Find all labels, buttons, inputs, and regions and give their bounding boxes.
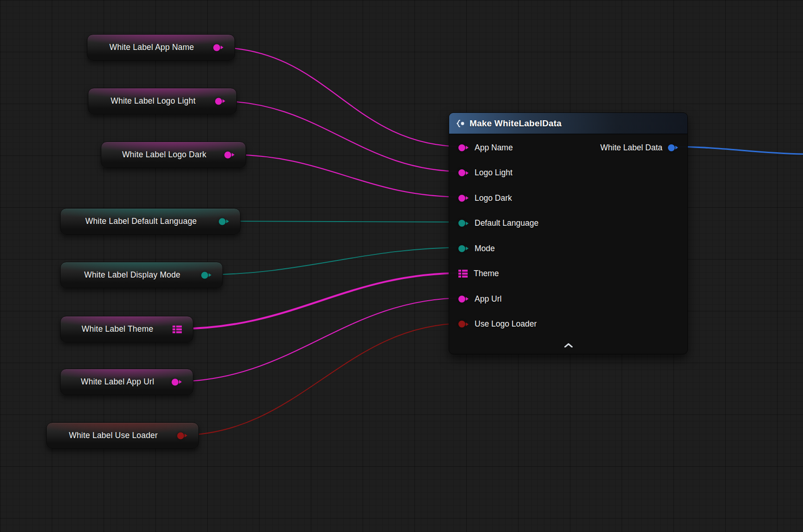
variable-node-label: White Label Use Loader [61,431,185,440]
pin-label: White Label Data [600,143,662,153]
make-whitelabeldata-node[interactable]: Make WhiteLabelData App Name Logo Light … [449,112,688,354]
output-pin[interactable] [213,44,223,51]
variable-node-label: White Label Default Language [77,217,223,226]
struct-grid-pin-icon[interactable] [173,325,182,333]
pin-row-app-url: App Url [449,286,687,312]
node-title: Make WhiteLabelData [469,118,562,129]
pin-row-logo-light: Logo Light [449,161,687,186]
output-pin[interactable] [201,272,211,278]
make-struct-icon [456,119,465,128]
pin-row-default-language: Default Language [449,211,687,236]
input-pin-theme-struct-grid-icon[interactable] [458,270,468,278]
variable-node-label: White Label App Url [73,377,181,387]
pin-row-logo-dark: Logo Dark [449,186,687,211]
variable-node-white-label-app-url[interactable]: White Label App Url [60,369,193,395]
output-pin[interactable] [219,218,229,225]
output-pin[interactable] [215,98,225,105]
pin-label: Logo Dark [475,193,512,203]
output-pin[interactable] [172,378,182,385]
pin-row-mode: Mode [449,236,687,261]
wire-default-language[interactable] [222,221,464,222]
pin-label: Theme [474,269,499,278]
pin-label: Mode [475,244,495,254]
wire-app-name[interactable] [214,47,464,147]
variable-node-label: White Label Theme [74,324,180,334]
wire-app-url[interactable] [173,298,464,382]
wire-logo-light[interactable] [216,101,464,172]
variable-node-white-label-default-language[interactable]: White Label Default Language [60,208,241,235]
node-header[interactable]: Make WhiteLabelData [449,113,687,134]
pin-label: Use Logo Loader [475,319,537,329]
node-body: App Name Logo Light Logo Dark Default La… [449,134,687,337]
variable-node-label: White Label Display Mode [76,270,207,280]
variable-node-white-label-display-mode[interactable]: White Label Display Mode [60,262,223,288]
pin-row-use-logo-loader: Use Logo Loader [449,312,687,337]
input-pin-app-url[interactable] [458,296,469,303]
pin-row-theme: Theme [449,261,687,287]
variable-node-white-label-app-name[interactable]: White Label App Name [87,34,235,61]
variable-node-label: White Label App Name [101,43,221,52]
collapse-advanced-pins-button[interactable] [558,339,579,351]
input-pin-use-logo-loader[interactable] [458,321,469,328]
output-pin[interactable] [177,432,187,439]
variable-node-label: White Label Logo Dark [114,150,233,160]
variable-node-white-label-theme[interactable]: White Label Theme [60,316,193,342]
output-pin[interactable] [224,151,235,158]
chevron-up-icon [564,343,573,347]
wire-white-label-data-output[interactable] [672,147,803,154]
wire-use-loader[interactable] [179,323,464,435]
output-pin-white-label-data[interactable] [668,144,678,151]
wire-logo-dark[interactable] [227,155,464,197]
blueprint-graph-canvas[interactable]: { "editor": { "kind": "blueprint-node-gr… [0,0,803,532]
pin-label: App Url [475,294,501,304]
input-pin-mode[interactable] [458,245,469,252]
pin-label: Logo Light [475,168,513,178]
input-pin-logo-light[interactable] [458,169,469,176]
variable-node-white-label-logo-light[interactable]: White Label Logo Light [88,88,237,114]
input-pin-logo-dark[interactable] [458,195,469,202]
wire-mode[interactable] [202,247,464,275]
input-pin-app-name[interactable] [458,144,469,151]
variable-node-white-label-logo-dark[interactable]: White Label Logo Dark [101,142,246,168]
pin-label: Default Language [475,218,538,228]
pin-label: App Name [475,143,513,153]
output-row-white-label-data: White Label Data [600,135,678,161]
input-pin-default-language[interactable] [458,220,469,227]
variable-node-white-label-use-loader[interactable]: White Label Use Loader [46,422,199,449]
variable-node-label: White Label Logo Light [102,96,222,106]
